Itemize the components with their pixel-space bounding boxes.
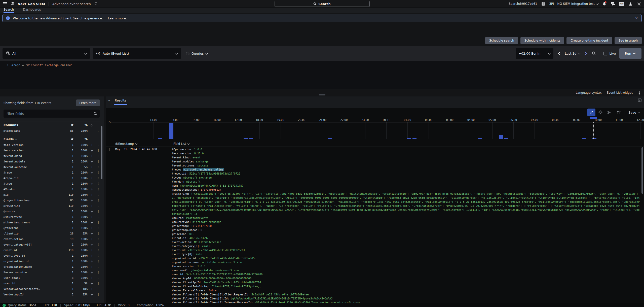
field-row[interactable]: Parser.version 1 100% + ⋮ (4, 269, 104, 275)
field-list-column-header[interactable]: Field List (169, 141, 644, 147)
event-field-line[interactable]: Vendor.AppId: 00000003-0000-0000-c000-00… (172, 276, 640, 280)
field-row[interactable]: client.ip 26 25% + ⋮ (4, 231, 104, 236)
histogram-bar[interactable] (499, 135, 503, 139)
add-column-icon[interactable]: + (88, 221, 96, 224)
event-field-line[interactable]: Vendor.Folders[0].FolderItems[0].Interne… (172, 300, 640, 303)
field-row[interactable]: @id 110 100% + ⋮ (4, 192, 104, 197)
histogram-bar[interactable] (249, 138, 253, 139)
data-source-select[interactable]: All (3, 48, 90, 59)
query-editor[interactable]: 1#repo = "microsoft_exchange_online" (0, 61, 644, 89)
event-field-line[interactable]: event.id: 73fef71e-7ab1-449b-b839-86369f… (172, 248, 640, 252)
add-column-icon[interactable]: + (88, 171, 96, 175)
collapse-editor-icon[interactable] (638, 91, 641, 95)
kebab-menu-icon[interactable]: ⋮ (96, 232, 101, 235)
action-button[interactable]: Schedule with incidents (520, 37, 564, 44)
timezone-select[interactable]: +02:00 Berlin (516, 48, 553, 59)
global-search-button[interactable]: Search (275, 1, 370, 7)
event-field-line[interactable]: #event.module: exchange (172, 159, 640, 163)
tab-results[interactable]: Results (114, 98, 127, 105)
splitter-handle[interactable] (319, 94, 325, 95)
add-column-icon[interactable]: + (88, 215, 96, 219)
event-timeline-chart[interactable]: 72 13:0014:0015:0016:0017:0018:0019:0020… (106, 108, 644, 141)
add-column-icon[interactable]: + (88, 270, 96, 274)
column-row[interactable]: @timestamp 83 100% — ⋮ (4, 128, 104, 133)
kebab-menu-icon[interactable]: ⋮ (96, 129, 101, 132)
hamburger-menu-icon[interactable] (3, 1, 8, 6)
add-column-icon[interactable]: + (88, 149, 96, 152)
add-column-icon[interactable]: + (88, 287, 96, 291)
kebab-menu-icon[interactable]: ⋮ (96, 188, 101, 191)
field-row[interactable]: #type 1 100% + ⋮ (4, 181, 104, 186)
queries-menu-button[interactable]: Queries (184, 52, 210, 55)
field-row[interactable]: event.category[0] 1 100% + ⋮ (4, 242, 104, 247)
add-column-icon[interactable]: + (88, 237, 96, 241)
query-line[interactable]: 1#repo = "microsoft_exchange_online" (0, 63, 644, 67)
histogram-bar[interactable] (158, 138, 162, 139)
field-row[interactable]: organization.id 1 100% + ⋮ (4, 258, 104, 264)
field-row[interactable]: @sourcetype 1 100% + ⋮ (4, 214, 104, 220)
zoom-out-icon[interactable] (592, 51, 596, 56)
add-column-icon[interactable]: + (88, 210, 96, 213)
remove-column-icon[interactable]: — (88, 129, 96, 133)
event-field-line[interactable]: Vendor.Folders[0].FolderItems[0].ClientR… (172, 292, 640, 296)
add-column-icon[interactable]: + (88, 276, 96, 280)
sort-down-icon[interactable]: ↓ (15, 138, 17, 141)
time-range-select[interactable]: Last 1d (565, 52, 580, 55)
kebab-menu-icon[interactable]: ⋮ (96, 143, 101, 147)
field-row[interactable]: #ecs.version 1 100% + ⋮ (4, 148, 104, 153)
event-field-line[interactable]: @source: PlatformEvents (172, 216, 640, 220)
notifications-bell-icon[interactable] (602, 1, 607, 6)
kebab-menu-icon[interactable]: ⋮ (96, 149, 101, 152)
add-column-icon[interactable]: + (88, 182, 96, 186)
event-field-line[interactable]: #event.outcome: success (172, 163, 640, 167)
tenant-selector[interactable]: 3PI – NG-SIEM Integration test (549, 2, 598, 6)
kebab-menu-icon[interactable]: ⋮ (96, 165, 101, 169)
kebab-menu-icon[interactable]: ⋮ (96, 237, 101, 241)
detail-scrollbar[interactable] (641, 147, 643, 194)
kebab-menu-icon[interactable]: ⋮ (96, 215, 101, 219)
event-field-line[interactable]: @id: hVUnmXoDckq8SdOP4kk1HRAY_0_32_17171… (172, 184, 640, 188)
user-profile-icon[interactable] (628, 1, 633, 6)
kebab-menu-icon[interactable]: ⋮ (96, 210, 101, 213)
field-row[interactable]: organization.name 1 100% + ⋮ (4, 264, 104, 269)
field-row[interactable]: Vendor.AppAccessConte… 1 18% + ⋮ (4, 286, 104, 292)
add-column-icon[interactable]: + (88, 165, 96, 169)
add-column-icon[interactable]: + (88, 187, 96, 191)
kebab-menu-icon[interactable]: ⋮ (96, 177, 101, 180)
layout-grid-icon[interactable] (638, 98, 641, 102)
jump-to-column-icon[interactable] (605, 109, 614, 116)
live-toggle[interactable]: Live (603, 52, 616, 55)
action-button[interactable]: See in graph (615, 37, 642, 44)
field-row[interactable]: @ingesttimestamp 85 100% + ⋮ (4, 197, 104, 203)
histogram-bar[interactable] (592, 138, 596, 139)
page-tab[interactable]: Dashboards (23, 8, 41, 13)
add-column-icon[interactable]: + (88, 198, 96, 202)
action-button[interactable]: Schedule search (485, 37, 518, 44)
add-column-icon[interactable]: + (88, 293, 96, 296)
event-field-line[interactable]: user.id: S-1-5-21-835130139-2367991628-4… (172, 272, 640, 276)
field-row[interactable]: Vendor.AppId 2 25% + ⋮ (4, 292, 104, 297)
edit-columns-icon[interactable] (587, 109, 595, 116)
kebab-menu-icon[interactable]: ⋮ (96, 276, 101, 280)
event-field-line[interactable]: @ingesttimestamp: 1717149695127 (172, 188, 640, 192)
histogram-bar[interactable] (412, 138, 416, 139)
field-row[interactable]: #Vendor 1 100% + ⋮ (4, 186, 104, 192)
event-field-line[interactable]: #type: microsoft-exchange (172, 176, 640, 180)
event-field-line[interactable]: #repo.cid: 522ccff177f54ab99685973dd27f0… (172, 172, 640, 176)
field-row[interactable]: user.email 3 100% + ⋮ (4, 275, 104, 281)
kebab-menu-icon[interactable]: ⋮ (96, 226, 101, 230)
event-field-line[interactable]: client.ip: 40.126.23.97 (172, 236, 640, 240)
event-field-line[interactable]: @timestamp: 1717141787000 (172, 224, 640, 228)
field-row[interactable]: event.action 19 100% + ⋮ (4, 236, 104, 242)
event-field-line[interactable]: @timestamp.nanos: 0 (172, 228, 640, 232)
event-field-line[interactable]: #event.kind: event (172, 155, 640, 159)
kebab-menu-icon[interactable]: ⋮ (96, 287, 101, 291)
event-field-line[interactable]: organization.id: a39270b7-d3ff-480c-bfd5… (172, 256, 640, 260)
field-row[interactable]: @timezone 1 100% + ⋮ (4, 225, 104, 231)
time-range-back-button[interactable] (557, 51, 561, 56)
run-query-button[interactable]: Run ↵ (619, 48, 641, 59)
banner-close-icon[interactable]: ✕ (635, 16, 638, 20)
event-field-line[interactable]: Parser.version: 1.0.0 (172, 264, 640, 268)
field-row[interactable]: #repo.cid 1 100% + ⋮ (4, 175, 104, 181)
event-timestamp-cell[interactable]: May. 31, 2024 9:49:47.000 (113, 147, 169, 303)
